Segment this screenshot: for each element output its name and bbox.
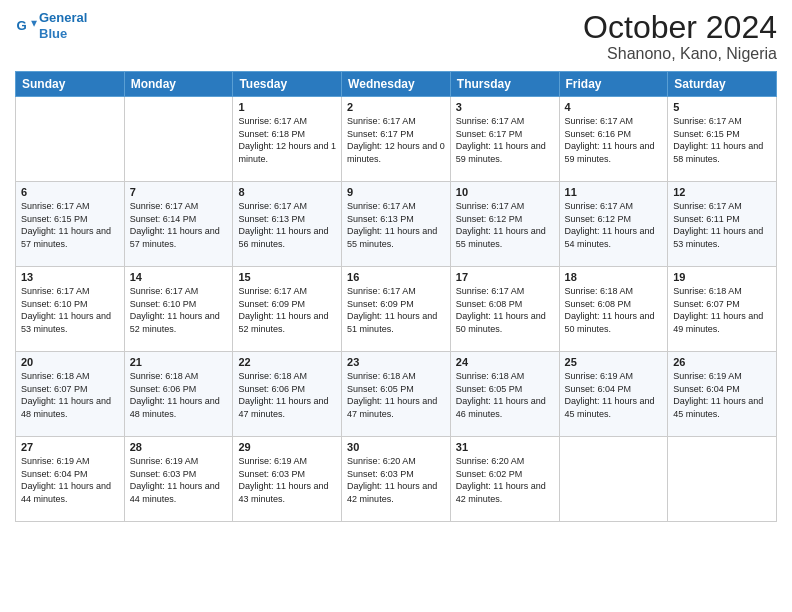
- day-number: 17: [456, 271, 554, 283]
- day-number: 12: [673, 186, 771, 198]
- calendar-cell: [668, 437, 777, 522]
- cell-text: Sunrise: 6:17 AM Sunset: 6:12 PM Dayligh…: [565, 200, 663, 250]
- logo-icon: G: [15, 15, 37, 37]
- day-number: 30: [347, 441, 445, 453]
- day-number: 8: [238, 186, 336, 198]
- cell-text: Sunrise: 6:17 AM Sunset: 6:13 PM Dayligh…: [347, 200, 445, 250]
- calendar-cell: 31Sunrise: 6:20 AM Sunset: 6:02 PM Dayli…: [450, 437, 559, 522]
- calendar-cell: 10Sunrise: 6:17 AM Sunset: 6:12 PM Dayli…: [450, 182, 559, 267]
- day-number: 27: [21, 441, 119, 453]
- day-number: 18: [565, 271, 663, 283]
- day-number: 14: [130, 271, 228, 283]
- day-number: 16: [347, 271, 445, 283]
- calendar-week-row: 1Sunrise: 6:17 AM Sunset: 6:18 PM Daylig…: [16, 97, 777, 182]
- calendar-cell: 17Sunrise: 6:17 AM Sunset: 6:08 PM Dayli…: [450, 267, 559, 352]
- svg-marker-1: [31, 20, 37, 26]
- calendar-cell: 27Sunrise: 6:19 AM Sunset: 6:04 PM Dayli…: [16, 437, 125, 522]
- cell-text: Sunrise: 6:17 AM Sunset: 6:15 PM Dayligh…: [21, 200, 119, 250]
- day-number: 5: [673, 101, 771, 113]
- day-number: 11: [565, 186, 663, 198]
- cell-text: Sunrise: 6:18 AM Sunset: 6:07 PM Dayligh…: [673, 285, 771, 335]
- calendar-cell: 1Sunrise: 6:17 AM Sunset: 6:18 PM Daylig…: [233, 97, 342, 182]
- calendar-cell: 7Sunrise: 6:17 AM Sunset: 6:14 PM Daylig…: [124, 182, 233, 267]
- calendar-cell: 29Sunrise: 6:19 AM Sunset: 6:03 PM Dayli…: [233, 437, 342, 522]
- month-title: October 2024: [583, 10, 777, 45]
- logo: G General Blue: [15, 10, 87, 41]
- day-number: 28: [130, 441, 228, 453]
- day-number: 15: [238, 271, 336, 283]
- calendar-cell: 21Sunrise: 6:18 AM Sunset: 6:06 PM Dayli…: [124, 352, 233, 437]
- calendar-day-header: Sunday: [16, 72, 125, 97]
- calendar-cell: 20Sunrise: 6:18 AM Sunset: 6:07 PM Dayli…: [16, 352, 125, 437]
- calendar-cell: 26Sunrise: 6:19 AM Sunset: 6:04 PM Dayli…: [668, 352, 777, 437]
- calendar-cell: 25Sunrise: 6:19 AM Sunset: 6:04 PM Dayli…: [559, 352, 668, 437]
- calendar-week-row: 20Sunrise: 6:18 AM Sunset: 6:07 PM Dayli…: [16, 352, 777, 437]
- calendar-cell: 16Sunrise: 6:17 AM Sunset: 6:09 PM Dayli…: [342, 267, 451, 352]
- calendar-cell: 30Sunrise: 6:20 AM Sunset: 6:03 PM Dayli…: [342, 437, 451, 522]
- calendar-week-row: 6Sunrise: 6:17 AM Sunset: 6:15 PM Daylig…: [16, 182, 777, 267]
- cell-text: Sunrise: 6:19 AM Sunset: 6:04 PM Dayligh…: [21, 455, 119, 505]
- cell-text: Sunrise: 6:17 AM Sunset: 6:14 PM Dayligh…: [130, 200, 228, 250]
- calendar-cell: 5Sunrise: 6:17 AM Sunset: 6:15 PM Daylig…: [668, 97, 777, 182]
- day-number: 31: [456, 441, 554, 453]
- calendar-cell: [124, 97, 233, 182]
- cell-text: Sunrise: 6:17 AM Sunset: 6:09 PM Dayligh…: [347, 285, 445, 335]
- calendar-cell: 8Sunrise: 6:17 AM Sunset: 6:13 PM Daylig…: [233, 182, 342, 267]
- day-number: 10: [456, 186, 554, 198]
- cell-text: Sunrise: 6:20 AM Sunset: 6:02 PM Dayligh…: [456, 455, 554, 505]
- cell-text: Sunrise: 6:17 AM Sunset: 6:18 PM Dayligh…: [238, 115, 336, 165]
- cell-text: Sunrise: 6:17 AM Sunset: 6:10 PM Dayligh…: [130, 285, 228, 335]
- day-number: 1: [238, 101, 336, 113]
- cell-text: Sunrise: 6:17 AM Sunset: 6:08 PM Dayligh…: [456, 285, 554, 335]
- cell-text: Sunrise: 6:17 AM Sunset: 6:10 PM Dayligh…: [21, 285, 119, 335]
- day-number: 22: [238, 356, 336, 368]
- calendar-cell: 13Sunrise: 6:17 AM Sunset: 6:10 PM Dayli…: [16, 267, 125, 352]
- cell-text: Sunrise: 6:17 AM Sunset: 6:15 PM Dayligh…: [673, 115, 771, 165]
- cell-text: Sunrise: 6:17 AM Sunset: 6:13 PM Dayligh…: [238, 200, 336, 250]
- title-block: October 2024 Shanono, Kano, Nigeria: [583, 10, 777, 63]
- day-number: 20: [21, 356, 119, 368]
- calendar-cell: 15Sunrise: 6:17 AM Sunset: 6:09 PM Dayli…: [233, 267, 342, 352]
- day-number: 21: [130, 356, 228, 368]
- calendar-day-header: Saturday: [668, 72, 777, 97]
- cell-text: Sunrise: 6:19 AM Sunset: 6:04 PM Dayligh…: [673, 370, 771, 420]
- calendar-cell: 14Sunrise: 6:17 AM Sunset: 6:10 PM Dayli…: [124, 267, 233, 352]
- cell-text: Sunrise: 6:18 AM Sunset: 6:07 PM Dayligh…: [21, 370, 119, 420]
- cell-text: Sunrise: 6:18 AM Sunset: 6:05 PM Dayligh…: [347, 370, 445, 420]
- calendar-week-row: 27Sunrise: 6:19 AM Sunset: 6:04 PM Dayli…: [16, 437, 777, 522]
- calendar-cell: 9Sunrise: 6:17 AM Sunset: 6:13 PM Daylig…: [342, 182, 451, 267]
- day-number: 4: [565, 101, 663, 113]
- calendar-day-header: Friday: [559, 72, 668, 97]
- calendar-cell: 22Sunrise: 6:18 AM Sunset: 6:06 PM Dayli…: [233, 352, 342, 437]
- calendar-day-header: Monday: [124, 72, 233, 97]
- logo-text: General Blue: [39, 10, 87, 41]
- day-number: 29: [238, 441, 336, 453]
- calendar-cell: 11Sunrise: 6:17 AM Sunset: 6:12 PM Dayli…: [559, 182, 668, 267]
- cell-text: Sunrise: 6:17 AM Sunset: 6:17 PM Dayligh…: [347, 115, 445, 165]
- cell-text: Sunrise: 6:18 AM Sunset: 6:05 PM Dayligh…: [456, 370, 554, 420]
- cell-text: Sunrise: 6:18 AM Sunset: 6:06 PM Dayligh…: [130, 370, 228, 420]
- cell-text: Sunrise: 6:18 AM Sunset: 6:06 PM Dayligh…: [238, 370, 336, 420]
- cell-text: Sunrise: 6:17 AM Sunset: 6:09 PM Dayligh…: [238, 285, 336, 335]
- calendar-cell: 19Sunrise: 6:18 AM Sunset: 6:07 PM Dayli…: [668, 267, 777, 352]
- svg-text:G: G: [16, 17, 26, 32]
- cell-text: Sunrise: 6:20 AM Sunset: 6:03 PM Dayligh…: [347, 455, 445, 505]
- calendar-cell: 23Sunrise: 6:18 AM Sunset: 6:05 PM Dayli…: [342, 352, 451, 437]
- day-number: 2: [347, 101, 445, 113]
- calendar-cell: 24Sunrise: 6:18 AM Sunset: 6:05 PM Dayli…: [450, 352, 559, 437]
- day-number: 24: [456, 356, 554, 368]
- day-number: 13: [21, 271, 119, 283]
- day-number: 25: [565, 356, 663, 368]
- cell-text: Sunrise: 6:17 AM Sunset: 6:17 PM Dayligh…: [456, 115, 554, 165]
- day-number: 6: [21, 186, 119, 198]
- cell-text: Sunrise: 6:19 AM Sunset: 6:03 PM Dayligh…: [130, 455, 228, 505]
- calendar-day-header: Tuesday: [233, 72, 342, 97]
- cell-text: Sunrise: 6:18 AM Sunset: 6:08 PM Dayligh…: [565, 285, 663, 335]
- day-number: 7: [130, 186, 228, 198]
- day-number: 9: [347, 186, 445, 198]
- calendar-cell: 2Sunrise: 6:17 AM Sunset: 6:17 PM Daylig…: [342, 97, 451, 182]
- day-number: 19: [673, 271, 771, 283]
- day-number: 26: [673, 356, 771, 368]
- location-title: Shanono, Kano, Nigeria: [583, 45, 777, 63]
- day-number: 3: [456, 101, 554, 113]
